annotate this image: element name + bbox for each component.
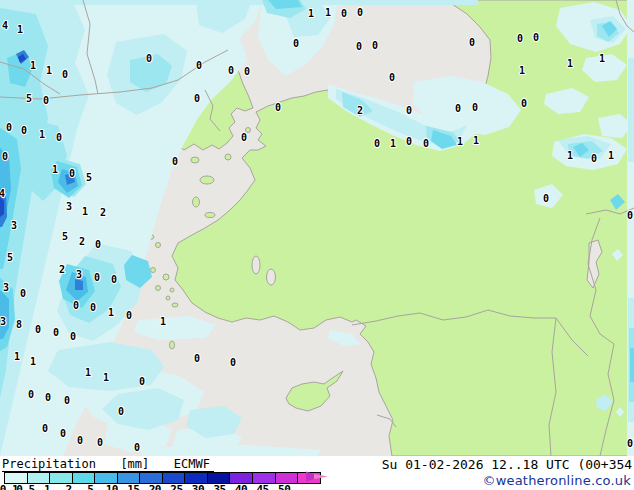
precip-value: 0 <box>146 53 152 64</box>
precip-value: 1 <box>567 150 573 161</box>
legend-title: Precipitation [mm] ECMWF <box>2 457 214 472</box>
precip-value: 0 <box>2 151 8 162</box>
precip-value: 1 <box>103 372 109 383</box>
legend-product-label: Precipitation <box>2 457 96 471</box>
precip-value: 2 <box>79 236 85 247</box>
precip-value: 0 <box>241 132 247 143</box>
legend-model-label: ECMWF <box>174 457 210 471</box>
precip-value: 0 <box>62 69 68 80</box>
precip-value: 0 <box>406 105 412 116</box>
precip-value: 1 <box>519 65 525 76</box>
precip-value: 0 <box>244 66 250 77</box>
color-scale-segment <box>253 473 276 483</box>
precip-value: 0 <box>73 300 79 311</box>
precip-value: 0 <box>42 423 48 434</box>
precip-value: 0 <box>196 60 202 71</box>
precip-value: 0 <box>45 392 51 403</box>
color-scale-tick: 2 <box>66 483 72 490</box>
precip-value: 0 <box>134 442 140 453</box>
precip-value: 0 <box>469 37 475 48</box>
color-scale-ticks: 0.10.5125101520253035404550 <box>0 483 340 490</box>
color-scale-tick: 30 <box>192 483 204 490</box>
precip-value: 0 <box>56 132 62 143</box>
precip-value: 1 <box>14 351 20 362</box>
color-scale-tick: 20 <box>149 483 161 490</box>
precipitation-map: 4111050000000000001001054312352011000002… <box>0 0 634 456</box>
color-scale-tick: 40 <box>235 483 247 490</box>
precip-value: 0 <box>472 102 478 113</box>
precip-value: 0 <box>111 274 117 285</box>
color-scale-segment <box>95 473 118 483</box>
precip-value: 1 <box>30 60 36 71</box>
legend-bar: Precipitation [mm] ECMWF 0.10.5125101520… <box>0 456 634 490</box>
precip-value: 0 <box>356 41 362 52</box>
precip-value: 0 <box>97 437 103 448</box>
precip-value: 1 <box>39 129 45 140</box>
precip-value: 3 <box>76 269 82 280</box>
precip-value: 0 <box>69 168 75 179</box>
precip-value: 1 <box>52 164 58 175</box>
color-scale-tick: 25 <box>170 483 182 490</box>
color-scale-segment <box>208 473 231 483</box>
precip-value: 3 <box>0 316 6 327</box>
precip-value: 1 <box>308 8 314 19</box>
forecast-datetime: Su 01-02-2026 12..18 UTC (00+354) <box>382 457 634 472</box>
color-scale-tick: 5 <box>87 483 93 490</box>
precip-value: 0 <box>60 428 66 439</box>
precip-value: 0 <box>533 32 539 43</box>
color-scale-tick: 45 <box>256 483 268 490</box>
precip-value: 3 <box>66 201 72 212</box>
precip-value: 1 <box>17 24 23 35</box>
precip-value: 1 <box>85 367 91 378</box>
color-scale-segment <box>163 473 186 483</box>
precip-value: 0 <box>591 153 597 164</box>
precip-value: 0 <box>35 324 41 335</box>
precip-value: 0 <box>126 310 132 321</box>
precip-value: 0 <box>21 125 27 136</box>
precip-value: 0 <box>43 95 49 106</box>
precip-value: 0 <box>77 435 83 446</box>
precip-value: 0 <box>627 438 633 449</box>
precip-value: 0 <box>172 156 178 167</box>
color-scale-arrow <box>306 471 330 483</box>
precip-value: 1 <box>390 138 396 149</box>
precip-value: 0 <box>372 40 378 51</box>
precip-value: 0 <box>341 8 347 19</box>
precip-value: 1 <box>82 206 88 217</box>
precip-value: 1 <box>473 135 479 146</box>
color-scale-segment <box>5 473 28 483</box>
precip-value: 0 <box>20 288 26 299</box>
precip-value: 1 <box>160 316 166 327</box>
precip-value: 1 <box>30 356 36 367</box>
precip-value: 1 <box>46 65 52 76</box>
precip-value: 1 <box>108 307 114 318</box>
precip-value: 0 <box>627 210 633 221</box>
color-scale-segment <box>140 473 163 483</box>
precip-value: 0 <box>374 138 380 149</box>
precip-value: 0 <box>194 93 200 104</box>
precip-value: 0 <box>357 7 363 18</box>
precip-value: 0 <box>90 302 96 313</box>
precip-value: 3 <box>11 220 17 231</box>
precip-value: 1 <box>599 53 605 64</box>
precip-value: 0 <box>118 406 124 417</box>
lake-beysehir <box>267 269 276 285</box>
precip-value: 1 <box>457 136 463 147</box>
precip-value: 0 <box>423 138 429 149</box>
precip-value: 5 <box>26 93 32 104</box>
precip-value: 0 <box>70 331 76 342</box>
precip-value: 0 <box>389 72 395 83</box>
color-scale-tick: 15 <box>127 483 139 490</box>
weather-map-screenshot: 4111050000000000001001054312352011000002… <box>0 0 634 490</box>
precip-value: 0 <box>293 38 299 49</box>
copyright-link[interactable]: ©weatheronline.co.uk <box>482 473 631 488</box>
color-scale-segment <box>28 473 51 483</box>
lake-egirdir <box>252 256 260 274</box>
color-scale-segment <box>230 473 253 483</box>
precip-value: 1 <box>567 58 573 69</box>
color-scale-segment <box>118 473 141 483</box>
precip-value: 2 <box>100 207 106 218</box>
precip-value: 0 <box>543 193 549 204</box>
precip-value: 5 <box>62 231 68 242</box>
color-scale-tick: 35 <box>213 483 225 490</box>
